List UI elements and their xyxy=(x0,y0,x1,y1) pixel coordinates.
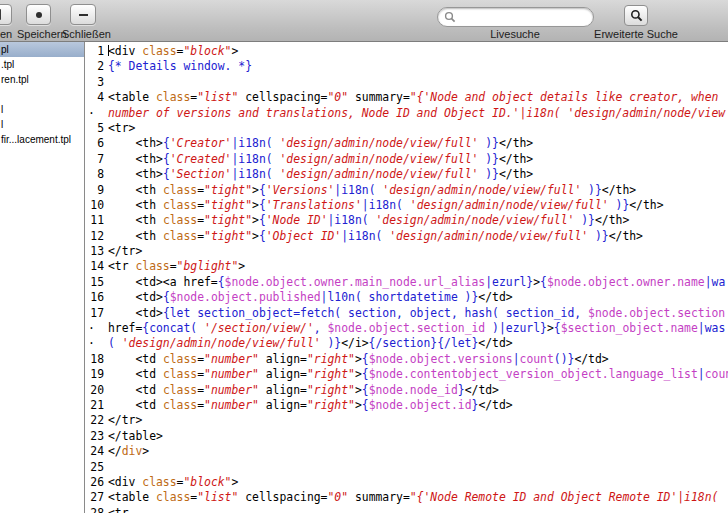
code-line[interactable]: 10 <th class="tight">{'Translations'|i18… xyxy=(86,198,728,213)
close-dash-icon xyxy=(79,14,88,16)
code-token: </tr> xyxy=(108,244,142,258)
code-token: class xyxy=(163,213,197,227)
file-list-item[interactable]: pl xyxy=(0,42,84,57)
code-token: 'Versions' xyxy=(266,183,335,197)
search-input[interactable] xyxy=(437,7,594,27)
advanced-search-button[interactable] xyxy=(624,5,648,26)
code-token: |i18n( xyxy=(231,167,279,181)
code-text: <th>{'Created'|i18n( 'design/admin/node/… xyxy=(104,152,533,167)
code-editor[interactable]: 1<div class="block">2{* Details window. … xyxy=(86,42,728,513)
code-token: 'design/admin/node/view/full' xyxy=(279,167,478,181)
line-number: 24 xyxy=(86,444,104,459)
code-text: <th>{'Creator'|i18n( 'design/admin/node/… xyxy=(104,136,533,151)
code-line[interactable]: 17 <td>{let section_object=fetch( sectio… xyxy=(86,306,728,321)
code-line[interactable]: 14<tr class="bglight"> xyxy=(86,259,728,274)
code-line[interactable]: 2{* Details window. *} xyxy=(86,59,728,74)
code-token: 'design/admin/node/view/full' xyxy=(122,336,321,350)
code-line[interactable]: 27<table class="list" cellspacing="0" su… xyxy=(86,490,728,505)
code-line[interactable]: 25 xyxy=(86,460,728,475)
file-list-item[interactable]: l xyxy=(0,117,84,132)
code-line[interactable]: 6 <th>{'Creator'|i18n( 'design/admin/nod… xyxy=(86,136,728,151)
code-line[interactable]: 15 <td><a href={$node.object.owner.main_… xyxy=(86,275,728,290)
code-token: > xyxy=(252,183,259,197)
code-line[interactable]: 16 <td>{$node.object.published|l10n( sho… xyxy=(86,290,728,305)
line-number: 13 xyxy=(86,244,104,259)
code-token: class xyxy=(163,229,197,243)
code-token: align= xyxy=(259,367,307,381)
code-line[interactable]: 5<tr> xyxy=(86,121,728,136)
code-line[interactable]: 3 xyxy=(86,75,728,90)
toolbar: en Speichern Schließen Livesuche Erweite… xyxy=(0,0,728,42)
close-button[interactable] xyxy=(70,4,96,25)
save-button-label: Speichern xyxy=(17,28,65,40)
code-line[interactable]: 13</tr> xyxy=(86,244,728,259)
code-token: 'design/admin/node/view/full' xyxy=(389,229,588,243)
code-token: > xyxy=(142,444,149,458)
code-token: <th xyxy=(108,213,163,227)
code-token: ( xyxy=(108,336,122,350)
code-line[interactable]: 22</tr> xyxy=(86,413,728,428)
file-list-item[interactable]: l xyxy=(0,102,84,117)
code-text: </table> xyxy=(104,429,163,444)
code-token: = xyxy=(170,259,177,273)
code-token: summary= xyxy=(348,490,410,504)
code-line[interactable]: 19 <td class="number" align="right">{$no… xyxy=(86,367,728,382)
line-number: 17 xyxy=(86,306,104,321)
code-text: <td class="number" align="right">{$node.… xyxy=(104,367,728,382)
code-token: $node.object.owner.main_node.url_alias xyxy=(225,275,486,289)
file-list-item[interactable]: fir...lacement.tpl xyxy=(0,132,84,147)
save-button[interactable] xyxy=(26,4,51,25)
file-list-item[interactable]: .tpl xyxy=(0,57,84,72)
code-line[interactable]: 23</table> xyxy=(86,429,728,444)
code-line[interactable]: 12 <th class="tight">{'Object ID'|i18n( … xyxy=(86,229,728,244)
code-token: "number" xyxy=(204,352,259,366)
code-line[interactable]: ·href={concat( '/section/view/', $node.o… xyxy=(86,321,728,336)
code-line[interactable]: 28<tr xyxy=(86,506,728,513)
code-line[interactable]: 7 <th>{'Created'|i18n( 'design/admin/nod… xyxy=(86,152,728,167)
line-number: 1 xyxy=(86,44,104,59)
code-line[interactable]: 24</div> xyxy=(86,444,728,459)
line-number: 28 xyxy=(86,506,104,513)
code-token: 'design/admin/node/view/full' xyxy=(410,198,609,212)
code-text: </tr> xyxy=(104,413,142,428)
code-token: <td><a href= xyxy=(108,275,218,289)
code-token: <table xyxy=(108,490,156,504)
code-line[interactable]: ·number of versions and translations, No… xyxy=(86,106,728,121)
code-token: class xyxy=(142,475,176,489)
code-line[interactable]: ·( 'design/admin/node/view/full' )}</i>{… xyxy=(86,336,728,351)
code-token: "list" xyxy=(197,490,238,504)
code-line[interactable]: 26<div class="block"> xyxy=(86,475,728,490)
code-line[interactable]: 21 <td class="number" align="right">{$no… xyxy=(86,398,728,413)
code-token: )} xyxy=(574,213,595,227)
close-button-label: Schließen xyxy=(62,28,106,40)
code-line[interactable]: 4<table class="list" cellspacing="0" sum… xyxy=(86,90,728,105)
code-token: , xyxy=(314,321,328,335)
open-button[interactable] xyxy=(0,4,12,25)
code-line[interactable]: 18 <td class="number" align="right">{$no… xyxy=(86,352,728,367)
code-line[interactable]: 9 <th class="tight">{'Versions'|i18n( 'd… xyxy=(86,183,728,198)
code-token: = xyxy=(197,398,204,412)
code-text xyxy=(104,75,108,90)
code-token: <td xyxy=(108,352,163,366)
code-token: > xyxy=(547,321,554,335)
file-list-item[interactable]: ren.tpl xyxy=(0,72,84,87)
code-line[interactable]: 20 <td class="number" align="right">{$no… xyxy=(86,383,728,398)
file-list: pl.tplren.tplllfir...lacement.tpl xyxy=(0,42,85,513)
code-line[interactable]: 8 <th>{'Section'|i18n( 'design/admin/nod… xyxy=(86,167,728,182)
code-token: 'Node ID' xyxy=(266,213,328,227)
code-token: <td xyxy=(108,398,163,412)
code-line[interactable]: 11 <th class="tight">{'Node ID'|i18n( 'd… xyxy=(86,213,728,228)
line-number: 25 xyxy=(86,460,104,475)
code-text: number of versions and translations, Nod… xyxy=(104,106,725,121)
code-token: $node.object.published xyxy=(170,290,321,304)
code-token: |i18n( xyxy=(334,183,382,197)
code-line[interactable]: 1<div class="block"> xyxy=(86,44,728,59)
code-token: </th> xyxy=(499,136,533,150)
code-token: '/section/view/' xyxy=(204,321,314,335)
code-token: class xyxy=(163,198,197,212)
code-text: <td class="number" align="right">{$node.… xyxy=(104,352,609,367)
file-list-item[interactable] xyxy=(0,87,84,102)
line-number: 23 xyxy=(86,429,104,444)
line-number: 6 xyxy=(86,136,104,151)
code-token: |i18n( xyxy=(362,198,410,212)
